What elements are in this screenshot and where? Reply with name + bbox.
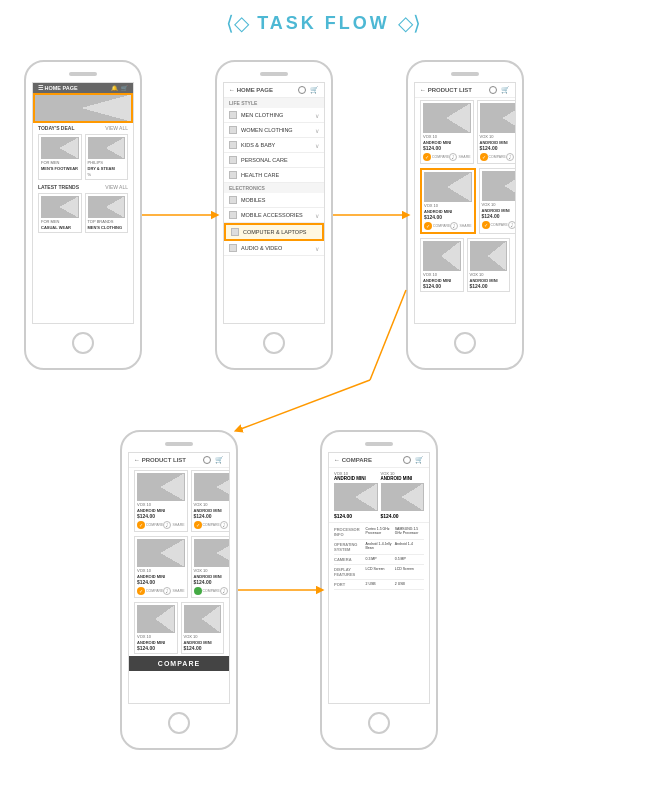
- compare-row-port: PORT 2 USB 2 USB: [334, 580, 424, 590]
- pl-card-1: VOX 10 ANDROID MINI $124.00 ✓ COMPARE ⤴ …: [420, 100, 474, 164]
- phone-compare: ← COMPARE 🛒 VOX 10 ANDROID MINI $124.00 …: [320, 430, 438, 750]
- audio-icon: [229, 244, 237, 252]
- back-arrow-icon: ← HOME PAGE: [229, 87, 273, 93]
- screen-title-home: ☰ HOME PAGE: [38, 85, 78, 91]
- title-icons: 🔔 🛒: [111, 85, 128, 91]
- svg-line-2: [370, 290, 406, 380]
- menu-men-clothing[interactable]: MEN CLOTHING ∨: [224, 108, 324, 123]
- pl2-compare-btn-3[interactable]: ✓ COMPARE: [137, 587, 163, 595]
- pl-row-1: VOX 10 ANDROID MINI $124.00 ✓ COMPARE ⤴ …: [415, 98, 515, 166]
- pl-card-6: VOX 10 ANDROID MINI $124.00: [467, 238, 511, 292]
- deal-img-2: [88, 137, 126, 159]
- pl2-compare-btn-1[interactable]: ✓ COMPARE: [137, 521, 163, 529]
- phone-speaker: [69, 72, 97, 76]
- right-arrow-icon: ◇⟩: [398, 11, 421, 35]
- compare-check-icon: ✓: [423, 153, 431, 161]
- phone-speaker-5: [365, 442, 393, 446]
- pl2-compare-check-2: ✓: [194, 521, 202, 529]
- home-button-4[interactable]: [168, 712, 190, 734]
- pl-img-1: [423, 103, 471, 133]
- pl2-compare-btn-4[interactable]: COMPARE: [194, 587, 220, 595]
- menu-mobile-accessories[interactable]: MOBILE ACCESSORIES ∨: [224, 208, 324, 223]
- pl2-share-btn-3[interactable]: ⤴ SHARE: [163, 587, 184, 595]
- menu-health-care[interactable]: HEALTH CARE: [224, 168, 324, 183]
- pl2-share-btn-1[interactable]: ⤴ SHARE: [163, 521, 184, 529]
- pl2-share-icon-3: ⤴: [163, 587, 171, 595]
- compare-img-2: [381, 483, 425, 511]
- share-icon-4: ⤴: [508, 221, 516, 229]
- screen-header-pl: ← PRODUCT LIST 🛒: [415, 83, 515, 98]
- pl-img-2: [480, 103, 517, 133]
- pl2-share-icon-1: ⤴: [163, 521, 171, 529]
- pl-row-2: VOX 10 ANDROID MINI $124.00 ✓ COMPARE ⤴ …: [415, 166, 515, 236]
- compare-btn-2[interactable]: ✓ COMPARE: [480, 153, 506, 161]
- electronics-section: ELECTRONICS: [224, 183, 324, 193]
- section-latest-trends: LATEST TRENDS VIEW ALL: [33, 182, 133, 191]
- pl2-share-btn-4[interactable]: ⤴ SHARE: [220, 587, 230, 595]
- compare-table: PROCESSOR INFO Cortex 1.5 GHz Processor …: [329, 523, 429, 592]
- compare-btn-1[interactable]: ✓ COMPARE: [423, 153, 449, 161]
- compare-btn-4[interactable]: ✓ COMPARE: [482, 221, 508, 229]
- home-button-2[interactable]: [263, 332, 285, 354]
- share-btn-2[interactable]: ⤴ SHARE: [506, 153, 516, 161]
- left-arrow-icon: ⟨◇: [226, 11, 249, 35]
- trend-card-1: FOR MEN CASUAL WEAR: [38, 193, 82, 233]
- compare-btn-3[interactable]: ✓ COMPARE: [424, 222, 450, 230]
- menu-computers[interactable]: COMPUTER & LAPTOPS: [224, 223, 324, 241]
- home-button-5[interactable]: [368, 712, 390, 734]
- trend-card-2: TOP BRANDS MEN'S CLOTHING: [85, 193, 129, 233]
- deal-img-1: [41, 137, 79, 159]
- compare-prod-1: VOX 10 ANDROID MINI $124.00: [334, 471, 378, 519]
- pl2-img-5: [137, 605, 175, 633]
- pl2-share-icon-4: ⤴: [220, 587, 228, 595]
- trend-img-1: [41, 196, 79, 218]
- home-button-3[interactable]: [454, 332, 476, 354]
- menu-personal-care[interactable]: PERSONAL CARE: [224, 153, 324, 168]
- share-btn-1[interactable]: ⤴ SHARE: [449, 153, 470, 161]
- share-icon-3: ⤴: [450, 222, 458, 230]
- phone-screen-product-list-2: ← PRODUCT LIST 🛒 VOX 10 ANDROID MINI $12…: [128, 452, 230, 704]
- cart-icon: 🛒: [310, 86, 319, 94]
- pl2-compare-check-3: ✓: [137, 587, 145, 595]
- compare-row-display: DISPLAY FEATURES LCD Screen LCD Screen: [334, 565, 424, 580]
- pl-img-6: [470, 241, 508, 271]
- cart-icon-cmp: 🛒: [415, 456, 424, 464]
- deal-row: FOR MEN MEN'S FOOTWEAR PHILIPS DRY & STE…: [33, 132, 133, 182]
- page-title: TASK FLOW: [257, 13, 390, 34]
- mobile-acc-icon: [229, 211, 237, 219]
- kids-icon: [229, 141, 237, 149]
- pl2-card-4: VOX 10 ANDROID MINI $124.00 COMPARE ⤴ SH…: [191, 536, 231, 598]
- compare-icons: 🛒: [403, 456, 424, 464]
- men-icon: [229, 111, 237, 119]
- phone-screen-compare: ← COMPARE 🛒 VOX 10 ANDROID MINI $124.00 …: [328, 452, 430, 704]
- compare-row-processor: PROCESSOR INFO Cortex 1.5 GHz Processor …: [334, 525, 424, 540]
- trends-row: FOR MEN CASUAL WEAR TOP BRANDS MEN'S CLO…: [33, 191, 133, 235]
- women-icon: [229, 126, 237, 134]
- share-btn-3[interactable]: ⤴ SHARE: [450, 222, 471, 230]
- pl2-share-btn-2[interactable]: ⤴ SHARE: [220, 521, 230, 529]
- menu-mobiles[interactable]: MOBILES: [224, 193, 324, 208]
- compare-products-header: VOX 10 ANDROID MINI $124.00 VOX 10 ANDRO…: [329, 468, 429, 523]
- pl2-img-2: [194, 473, 231, 501]
- pl-icons: 🛒: [489, 86, 510, 94]
- header-icons: 🛒: [298, 86, 319, 94]
- phone-screen-menu: ← HOME PAGE 🛒 LIFE STYLE MEN CLOTHING ∨ …: [223, 82, 325, 324]
- computer-icon: [231, 228, 239, 236]
- phone-screen-product-list: ← PRODUCT LIST 🛒 VOX 10 ANDROID MINI $12…: [414, 82, 516, 324]
- compare-img-1: [334, 483, 378, 511]
- menu-women-clothing[interactable]: WOMEN CLOTHING ∨: [224, 123, 324, 138]
- pl2-card-3: VOX 10 ANDROID MINI $124.00 ✓ COMPARE ⤴ …: [134, 536, 188, 598]
- pl-card-2: VOX 10 ANDROID MINI $124.00 ✓ COMPARE ⤴ …: [477, 100, 517, 164]
- screen-header-menu: ← HOME PAGE 🛒: [224, 83, 324, 98]
- pl2-compare-btn-2[interactable]: ✓ COMPARE: [194, 521, 220, 529]
- pl2-card-6: VOX 10 ANDROID MINI $124.00: [181, 602, 225, 654]
- menu-audio[interactable]: AUDIO & VIDEO ∨: [224, 241, 324, 256]
- phone-home: ☰ HOME PAGE 🔔 🛒 TODAY'S DEAL VIEW ALL FO…: [24, 60, 142, 370]
- phone-speaker-3: [451, 72, 479, 76]
- home-button-1[interactable]: [72, 332, 94, 354]
- share-btn-4[interactable]: ⤴ SHARE: [508, 221, 516, 229]
- compare-footer[interactable]: COMPARE: [129, 656, 229, 671]
- pl2-share-icon-2: ⤴: [220, 521, 228, 529]
- cart-icon-pl: 🛒: [501, 86, 510, 94]
- menu-kids[interactable]: KIDS & BABY ∨: [224, 138, 324, 153]
